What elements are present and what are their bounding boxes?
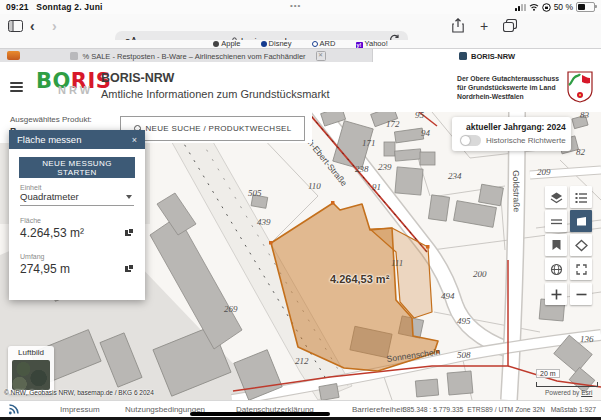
- crs-label: ETRS89 / UTM Zone 32N: [467, 406, 545, 413]
- measure-area-button[interactable]: [570, 210, 592, 232]
- globe-icon: [550, 263, 563, 276]
- basemap-switcher-label: Luftbild: [8, 348, 54, 357]
- map-attribution: © NRW, Geobasis NRW, basemap.de / BKG 6 …: [4, 389, 154, 396]
- tabs-icon[interactable]: [503, 19, 517, 32]
- perimeter-value: 274,95 m: [20, 262, 70, 276]
- basemap-button[interactable]: [570, 234, 592, 256]
- apple-icon: [213, 41, 219, 47]
- unit-select[interactable]: Quadratmeter: [20, 191, 134, 206]
- disney-icon: [261, 41, 267, 47]
- sidebar-icon[interactable]: [8, 20, 23, 32]
- favorite-apple[interactable]: Apple: [213, 39, 240, 48]
- ard-icon: [312, 41, 318, 47]
- bookmark-button[interactable]: [545, 234, 567, 256]
- zoom-in-button[interactable]: [545, 283, 567, 305]
- legend-icon: [575, 191, 588, 204]
- tab-close-icon[interactable]: ✕: [316, 51, 326, 61]
- map-scale-label: Maßstab 1:927: [551, 406, 596, 413]
- selected-product-label: Ausgewähltes Produkt:: [10, 115, 92, 124]
- scale-bar-label: 20 m: [536, 369, 560, 378]
- area-value: 4.264,53 m²: [20, 226, 84, 240]
- forward-button[interactable]: ›: [52, 19, 57, 33]
- esri-link[interactable]: Esri: [581, 389, 592, 396]
- footer-link-impressum[interactable]: Impressum: [60, 405, 100, 414]
- plus-icon: [550, 288, 563, 301]
- share-icon[interactable]: [452, 18, 464, 33]
- measurement-annotation: 4.264,53 m²: [330, 273, 389, 285]
- fullscreen-icon: [575, 263, 588, 276]
- favorite-disney[interactable]: Disney: [261, 39, 292, 48]
- status-ellipsis: •••: [290, 1, 301, 10]
- aerial-thumbnail[interactable]: [12, 360, 50, 390]
- browser-toolbar: ‹ › aA boris.nrw.de +: [0, 14, 601, 40]
- historic-values-label: Historische Richtwerte: [486, 136, 566, 145]
- authority-text: Der Obere Gutachterausschuss für Grundst…: [457, 74, 559, 102]
- copy-perimeter-icon[interactable]: [125, 264, 134, 273]
- orientation-lock-icon: [542, 3, 551, 12]
- tab-boris-nrw[interactable]: BORIS-NRW: [373, 49, 601, 63]
- battery-percent: 50 %: [554, 2, 573, 12]
- close-icon[interactable]: ×: [132, 135, 137, 145]
- tab1-favicon: [70, 52, 78, 60]
- tab-sale-restposten[interactable]: % SALE - Restposten - B-Ware – Airlinesc…: [24, 49, 373, 63]
- year-panel: aktueller Jahrgang: 2024 Historische Ric…: [452, 117, 571, 151]
- unit-label: Einheit: [20, 184, 41, 191]
- copy-area-icon[interactable]: [125, 228, 134, 237]
- bookmark-icon: [551, 239, 562, 251]
- scale-bar: 20 m: [536, 370, 560, 377]
- perimeter-field-label: Umfang: [20, 253, 45, 260]
- status-bar: 09:21 Sonntag 2. Juni ••• 50 %: [0, 0, 601, 14]
- page-subtitle: Amtliche Informationen zum Grundstücksma…: [101, 88, 330, 100]
- clock: 09:21: [6, 2, 29, 12]
- ruler-icon: [550, 215, 563, 228]
- map-coordinates: 385.348 : 5.779.335: [403, 406, 463, 413]
- layers-icon: [550, 191, 563, 204]
- measure-distance-button[interactable]: [545, 210, 567, 232]
- date: Sonntag 2. Juni: [36, 2, 102, 12]
- home-indicator[interactable]: [190, 412, 330, 416]
- battery-icon: [576, 2, 595, 12]
- fullscreen-button[interactable]: [570, 258, 592, 280]
- footer-link-barrierefreiheit[interactable]: Barrierefreiheit: [352, 405, 404, 414]
- app-header: BORIS NRW BORIS-NRW Amtliche Information…: [0, 62, 601, 113]
- back-button[interactable]: ‹: [30, 19, 35, 33]
- basemap-switcher[interactable]: Luftbild: [8, 346, 54, 394]
- chevron-down-icon: [126, 195, 132, 199]
- cellular-signal-icon: [515, 4, 526, 11]
- measure-dialog: Fläche messen × NEUE MESSUNG STARTEN Ein…: [9, 130, 145, 300]
- pinned-tab-icon[interactable]: [7, 51, 20, 60]
- new-search-button[interactable]: NEUE SUCHE / PRODUKTWECHSEL: [120, 116, 305, 141]
- layers-button[interactable]: [545, 186, 567, 208]
- legend-button[interactable]: [570, 186, 592, 208]
- measure-area-icon: [575, 215, 588, 228]
- historic-values-toggle[interactable]: [460, 135, 481, 146]
- tab-bar: % SALE - Restposten - B-Ware – Airlinesc…: [0, 48, 601, 63]
- overview-button[interactable]: [545, 258, 567, 280]
- favorite-ard[interactable]: ARD: [312, 39, 336, 48]
- page-title: BORIS-NRW: [101, 71, 174, 85]
- scale-bar-bracket: [536, 382, 598, 387]
- start-measurement-button[interactable]: NEUE MESSUNG STARTEN: [19, 157, 135, 178]
- screen: 09:21 Sonntag 2. Juni ••• 50 % ‹ › aA bo…: [0, 0, 601, 420]
- measure-dialog-header[interactable]: Fläche messen ×: [9, 130, 145, 149]
- new-tab-icon[interactable]: +: [480, 18, 488, 34]
- zoom-out-button[interactable]: [570, 283, 592, 305]
- minus-icon: [575, 288, 588, 301]
- nrw-coat-of-arms-icon: [567, 71, 593, 103]
- basemap-icon: [575, 239, 588, 252]
- wifi-icon: [529, 3, 539, 11]
- tab2-favicon: [459, 52, 467, 60]
- menu-icon[interactable]: [10, 82, 23, 92]
- rss-icon[interactable]: [8, 404, 19, 415]
- powered-by-esri: Powered by Esri: [545, 389, 592, 396]
- area-field-label: Fläche: [20, 217, 41, 224]
- current-year-label: aktueller Jahrgang: 2024: [466, 122, 566, 132]
